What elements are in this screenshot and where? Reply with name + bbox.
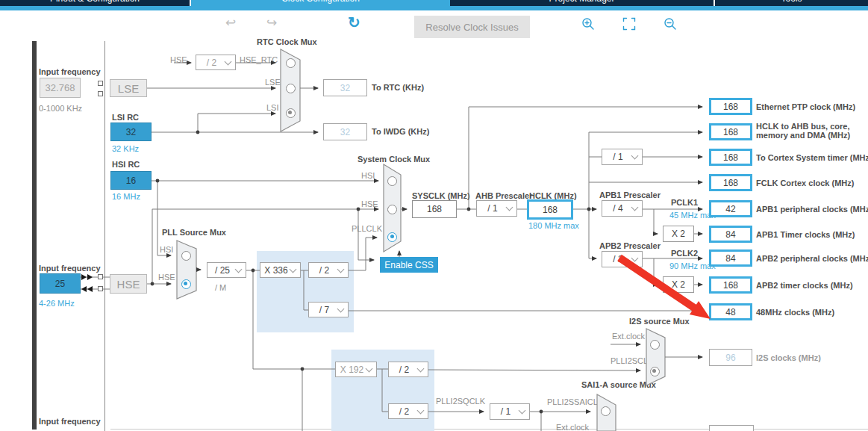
clock-configuration-page: Pinout & Configuration Clock Configurati… <box>0 0 868 431</box>
rtc-mux-lsi-radio[interactable] <box>286 108 296 118</box>
plli2s-n-multiplier-dropdown[interactable]: X 192 <box>335 362 377 377</box>
plli2s-r-value: / 2 <box>390 365 418 375</box>
sys-mux-pllclk-radio[interactable] <box>387 232 397 242</box>
connector-pin <box>98 286 103 291</box>
chevron-down-icon <box>337 305 345 312</box>
hclk-value-box[interactable]: 168 <box>527 199 573 220</box>
pll-q-divider-dropdown[interactable]: / 7 <box>308 302 349 317</box>
signal-arrow-icon <box>87 286 93 292</box>
ethernet-ptp-clock-box: 168 <box>709 98 752 115</box>
apb1-prescaler-value: / 4 <box>604 203 632 214</box>
sai-mux-ext-radio[interactable] <box>601 406 611 416</box>
fit-view-icon[interactable] <box>622 17 636 31</box>
i2s-mux-ext-radio[interactable] <box>650 340 660 350</box>
apb2-timer-clocks-box: 168 <box>709 276 752 294</box>
lsi-frequency-box[interactable]: 32 <box>110 123 152 141</box>
cortex-timer-divider-dropdown[interactable]: / 1 <box>602 149 643 165</box>
output-value: 168 <box>723 178 738 188</box>
reset-icon[interactable]: ↻ <box>348 13 360 31</box>
pll-mux-hse-radio[interactable] <box>181 279 191 289</box>
hse-name: HSE <box>117 278 140 291</box>
hse-oscillator-box: HSE <box>110 274 147 294</box>
i2s-clocks-box: 96 <box>709 349 752 366</box>
hsi-frequency-value: 16 <box>126 176 136 186</box>
chevron-down-icon <box>417 365 425 372</box>
chevron-down-icon <box>417 406 425 414</box>
undo-icon[interactable]: ↩ <box>225 15 236 31</box>
lse-oscillator-box: LSE <box>110 79 147 97</box>
to-rtc-value-box: 32 <box>323 79 367 96</box>
output-value: 42 <box>725 204 735 214</box>
sys-mux-hse-radio[interactable] <box>387 205 397 214</box>
cortex-timer-divider-value: / 1 <box>604 152 632 162</box>
pll-m-divider-dropdown[interactable]: / 25 <box>207 262 246 278</box>
pll-source-mux-shape <box>177 241 196 299</box>
output-value: 168 <box>723 152 738 163</box>
signal-arrow-icon <box>81 274 87 280</box>
apb2-prescaler-value: / 2 <box>604 254 632 264</box>
chevron-down-icon <box>366 365 373 372</box>
output-value: 168 <box>723 127 738 137</box>
sai1a-clock-box-clipped <box>709 425 754 431</box>
i2s-mux-plli2sclk-radio[interactable] <box>650 367 660 376</box>
48mhz-clocks-box: 48 <box>709 303 752 320</box>
output-value: 84 <box>725 253 735 264</box>
chevron-down-icon <box>631 152 639 160</box>
connector-pin <box>98 81 103 86</box>
chevron-down-icon <box>337 265 345 273</box>
pll-q-value: / 7 <box>310 305 338 315</box>
lse-frequency-field: 32.768 <box>40 78 81 98</box>
zoom-out-icon[interactable] <box>664 17 677 31</box>
plli2s-r-divider-dropdown[interactable]: / 2 <box>388 362 428 377</box>
zoom-in-icon[interactable] <box>581 17 595 31</box>
rtc-mux-hse-radio[interactable] <box>286 58 296 68</box>
rtc-mux-lse-radio[interactable] <box>286 84 296 93</box>
chevron-down-icon <box>519 407 526 415</box>
to-rtc-value: 32 <box>340 83 350 93</box>
rtc-hse-divider-dropdown[interactable]: / 2 <box>196 55 236 70</box>
chevron-down-icon <box>235 265 243 273</box>
apb1-prescaler-dropdown[interactable]: / 4 <box>602 200 643 217</box>
hclk-value: 168 <box>543 205 558 215</box>
pll-mux-hsi-radio[interactable] <box>181 251 191 261</box>
chevron-down-icon <box>506 204 513 211</box>
hse-frequency-field[interactable]: 25 <box>40 273 81 294</box>
pll-n-value: X 336 <box>262 265 290 276</box>
lse-frequency-value: 32.768 <box>46 82 75 93</box>
output-value: 168 <box>723 102 738 112</box>
ahb-prescaler-value: / 1 <box>478 203 507 214</box>
pll-p-value: / 2 <box>310 265 338 276</box>
signal-arrow-icon <box>81 286 87 292</box>
chevron-down-icon <box>290 265 297 273</box>
pll-p-divider-dropdown[interactable]: / 2 <box>308 262 349 278</box>
output-value: 48 <box>725 307 735 317</box>
ahb-prescaler-dropdown[interactable]: / 1 <box>476 200 517 217</box>
plli2s-q-divider-dropdown[interactable]: / 2 <box>388 403 428 419</box>
sys-mux-hsi-radio[interactable] <box>387 176 397 186</box>
sai-divider-dropdown[interactable]: / 1 <box>490 403 530 420</box>
chevron-down-icon <box>631 255 639 262</box>
redo-icon[interactable]: ↪ <box>266 15 277 31</box>
sai-divider-value: / 1 <box>492 406 519 417</box>
enable-css-button[interactable]: Enable CSS <box>380 257 438 273</box>
chevron-down-icon <box>631 204 639 211</box>
hsi-frequency-box[interactable]: 16 <box>110 171 152 190</box>
apb2-peripheral-clocks-box: 84 <box>709 249 752 267</box>
fclk-cortex-clock-box: 168 <box>709 174 752 191</box>
sysclk-value-box[interactable]: 168 <box>412 200 457 218</box>
lsi-frequency-value: 32 <box>126 127 136 137</box>
chevron-down-icon <box>225 58 232 65</box>
pll-n-multiplier-dropdown[interactable]: X 336 <box>260 262 301 278</box>
output-value: 84 <box>725 229 735 240</box>
apb2-prescaler-dropdown[interactable]: / 2 <box>602 251 643 267</box>
signal-arrow-icon <box>87 274 93 280</box>
apb1-multiplier-value: X 2 <box>672 229 685 239</box>
to-iwdg-value-box: 32 <box>323 123 367 140</box>
plli2s-n-value: X 192 <box>337 365 366 375</box>
apb1-timer-clocks-box: 84 <box>709 226 752 243</box>
plli2s-q-value: / 2 <box>390 406 418 417</box>
i2s-clocks-value: 96 <box>725 353 735 363</box>
hse-frequency-value: 25 <box>55 279 65 289</box>
connector-pin <box>98 274 103 279</box>
connector-pin <box>98 91 103 96</box>
